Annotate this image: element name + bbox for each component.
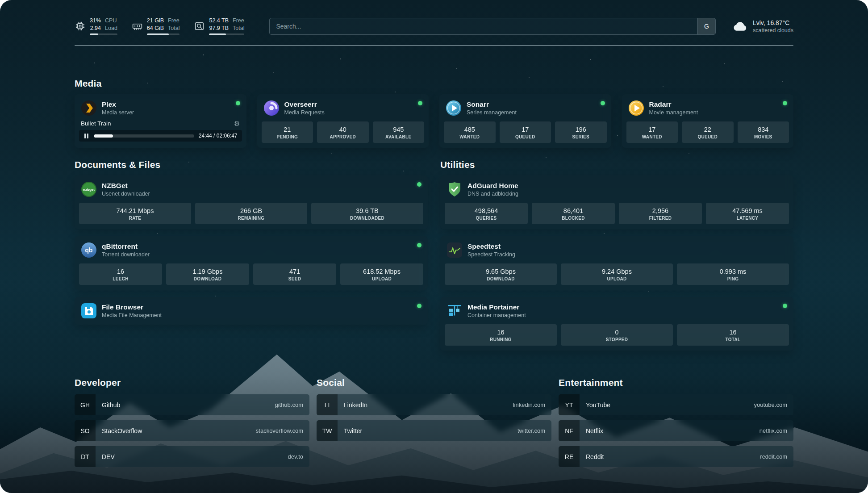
- search-engine-button[interactable]: G: [697, 18, 715, 34]
- stat-label: WANTED: [628, 134, 676, 139]
- stat-total: 16 TOTAL: [677, 324, 789, 346]
- stat-label: QUERIES: [447, 216, 526, 221]
- stat-filtered: 2,956 FILTERED: [619, 203, 702, 224]
- dashboard-frame: 31% CPU 2.94 Load 21: [0, 0, 868, 493]
- stat-value: 16: [679, 328, 787, 336]
- status-dot: [783, 304, 787, 308]
- memory-free-label: Free: [168, 17, 179, 24]
- bookmark-name: StackOverflow: [96, 420, 142, 441]
- column-documents: Documents & Files nzbget NZBGet Usenet d…: [75, 159, 428, 332]
- bookmark-youtube[interactable]: YT YouTube youtube.com: [559, 394, 793, 415]
- bookmark-name: YouTube: [580, 394, 610, 415]
- stat-label: DOWNLOADED: [313, 216, 421, 221]
- search-bar: G: [269, 18, 716, 35]
- bookmark-dev[interactable]: DT DEV dev.to: [75, 446, 309, 467]
- service-card-filebrowser: File Browser Media File Management: [75, 297, 428, 325]
- two-column-section: Documents & Files nzbget NZBGet Usenet d…: [75, 159, 793, 358]
- service-name: Plex: [102, 100, 134, 109]
- service-desc: Movie management: [649, 109, 698, 116]
- service-link-qbittorrent[interactable]: qb qBittorrent Torrent downloader: [75, 236, 428, 262]
- cpu-usage-value: 31%: [90, 17, 101, 24]
- service-card-sonarr: Sonarr Series management 485 WANTED 17 Q…: [439, 94, 611, 148]
- bookmark-linkedin[interactable]: LI LinkedIn linkedin.com: [317, 394, 551, 415]
- stat-wanted: 485 WANTED: [444, 121, 496, 143]
- memory-progress-bar: [147, 33, 180, 35]
- bookmark-url: github.com: [275, 394, 309, 415]
- weather-condition: scattered clouds: [753, 27, 793, 33]
- weather-location: Lviv, 16.87°C: [753, 19, 793, 26]
- stat-value: 0.993 ms: [679, 267, 787, 276]
- bookmark-stackoverflow[interactable]: SO StackOverflow stackoverflow.com: [75, 420, 309, 441]
- stat-latency: 47.569 ms LATENCY: [706, 203, 789, 224]
- bookmark-group-social: Social LI LinkedIn linkedin.com TW Twitt…: [317, 377, 551, 446]
- service-card-portainer: Media Portainer Container management 16 …: [440, 297, 793, 351]
- overseerr-icon: [263, 100, 280, 116]
- qbittorrent-icon: qb: [81, 242, 97, 258]
- stat-value: 47.569 ms: [708, 207, 787, 215]
- stat-label: LATENCY: [708, 216, 787, 221]
- disk-total-value: 97.9 TB: [209, 25, 229, 32]
- stat-series: 196 SERIES: [555, 121, 607, 143]
- stat-queries: 498,564 QUERIES: [445, 203, 528, 224]
- service-link-speedtest[interactable]: Speedtest Speedtest Tracking: [440, 236, 793, 262]
- stat-ping: 0.993 ms PING: [677, 263, 789, 285]
- stat-value: 22: [684, 125, 732, 134]
- stat-label: FILTERED: [621, 216, 700, 221]
- now-playing-row: Bullet Train ⚙: [75, 120, 246, 130]
- bookmark-netflix[interactable]: NF Netflix netflix.com: [559, 420, 793, 441]
- bookmark-name: Reddit: [580, 446, 604, 467]
- stat-label: REMAINING: [197, 216, 305, 221]
- stat-available: 945 AVAILABLE: [373, 121, 425, 143]
- stat-label: MOVIES: [739, 134, 788, 139]
- top-bar: 31% CPU 2.94 Load 21: [75, 17, 793, 35]
- filebrowser-icon: [81, 303, 97, 319]
- service-link-radarr[interactable]: Radarr Movie management: [622, 94, 794, 120]
- stat-value: 834: [739, 125, 788, 134]
- playback-progress-bar[interactable]: [94, 134, 194, 138]
- stat-label: RATE: [81, 216, 189, 221]
- bookmark-twitter[interactable]: TW Twitter twitter.com: [317, 420, 551, 441]
- service-name: NZBGet: [102, 182, 150, 190]
- bookmark-abbr: YT: [559, 394, 580, 415]
- stat-queued: 22 QUEUED: [682, 121, 734, 143]
- bookmark-github[interactable]: GH Github github.com: [75, 394, 309, 415]
- stat-label: QUEUED: [684, 134, 732, 139]
- service-link-filebrowser[interactable]: File Browser Media File Management: [75, 297, 428, 325]
- portainer-icon: [447, 303, 463, 319]
- service-link-nzbget[interactable]: nzbget NZBGet Usenet downloader: [75, 175, 428, 201]
- settings-gear-icon[interactable]: ⚙: [234, 120, 240, 127]
- resource-widget-memory: 21 GiB Free 64 GiB Total: [132, 17, 180, 35]
- resource-widget-cpu: 31% CPU 2.94 Load: [75, 17, 117, 35]
- bookmark-url: reddit.com: [760, 446, 793, 467]
- bookmark-abbr: NF: [559, 420, 580, 441]
- stat-label: PENDING: [263, 134, 312, 139]
- service-link-plex[interactable]: Plex Media server: [75, 94, 246, 120]
- service-link-portainer[interactable]: Media Portainer Container management: [440, 297, 793, 323]
- memory-icon: [132, 21, 143, 32]
- stat-value: 266 GB: [197, 207, 305, 215]
- service-card-radarr: Radarr Movie management 17 WANTED 22 QUE…: [622, 94, 794, 148]
- bookmarks-section: Developer GH Github github.com SO StackO…: [75, 377, 793, 472]
- service-link-overseerr[interactable]: Overseerr Media Requests: [257, 94, 429, 120]
- service-card-plex: Plex Media server Bullet Train ⚙ 24:44 /…: [75, 94, 246, 148]
- pause-icon[interactable]: [83, 133, 89, 139]
- stat-stopped: 0 STOPPED: [561, 324, 673, 346]
- service-link-adguard[interactable]: AdGuard Home DNS and adblocking: [440, 175, 793, 201]
- service-name: Overseerr: [284, 100, 325, 109]
- service-link-sonarr[interactable]: Sonarr Series management: [439, 94, 611, 120]
- bookmark-reddit[interactable]: RE Reddit reddit.com: [559, 446, 793, 467]
- stat-wanted: 17 WANTED: [626, 121, 678, 143]
- stat-leech: 16 LEECH: [79, 263, 162, 285]
- search-input[interactable]: [270, 18, 697, 34]
- service-desc: Series management: [467, 109, 517, 116]
- stat-approved: 40 APPROVED: [317, 121, 369, 143]
- section-title-developer: Developer: [75, 377, 309, 388]
- column-utilities: Utilities AdGuard Home DNS and adblockin…: [440, 159, 793, 358]
- section-title-utilities: Utilities: [440, 159, 793, 170]
- section-title-media: Media: [75, 78, 793, 89]
- memory-total-value: 64 GiB: [147, 25, 164, 32]
- section-title-entertainment: Entertainment: [559, 377, 793, 388]
- stat-running: 16 RUNNING: [445, 324, 557, 346]
- stat-value: 498,564: [447, 207, 526, 215]
- service-card-overseerr: Overseerr Media Requests 21 PENDING 40 A…: [257, 94, 429, 148]
